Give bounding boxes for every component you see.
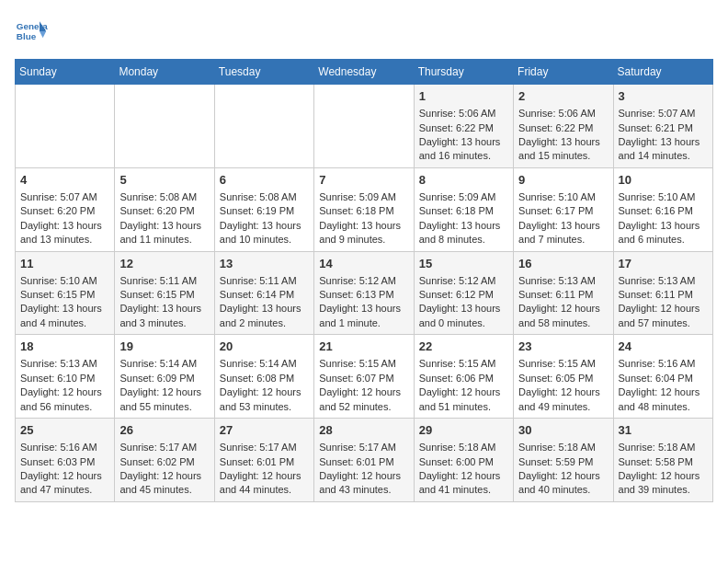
calendar-cell: 27Sunrise: 5:17 AMSunset: 6:01 PMDayligh… xyxy=(214,419,313,502)
day-info: and 48 minutes. xyxy=(619,400,708,414)
calendar-cell: 25Sunrise: 5:16 AMSunset: 6:03 PMDayligh… xyxy=(16,419,115,502)
day-info: and 45 minutes. xyxy=(119,483,209,497)
day-info: and 0 minutes. xyxy=(419,316,508,330)
calendar-cell: 6Sunrise: 5:08 AMSunset: 6:19 PMDaylight… xyxy=(214,167,313,251)
day-info: and 7 minutes. xyxy=(518,233,608,247)
day-number: 1 xyxy=(419,88,508,105)
day-number: 30 xyxy=(518,422,608,439)
day-info: Sunrise: 5:13 AM xyxy=(20,357,109,371)
calendar-cell: 19Sunrise: 5:14 AMSunset: 6:09 PMDayligh… xyxy=(115,335,214,419)
day-info: and 39 minutes. xyxy=(619,483,708,497)
day-info: Sunset: 6:22 PM xyxy=(518,121,608,135)
day-number: 20 xyxy=(220,339,309,355)
header-monday: Monday xyxy=(115,60,214,85)
week-row-4: 18Sunrise: 5:13 AMSunset: 6:10 PMDayligh… xyxy=(16,335,713,419)
calendar-cell: 21Sunrise: 5:15 AMSunset: 6:07 PMDayligh… xyxy=(314,335,414,419)
calendar-cell: 30Sunrise: 5:18 AMSunset: 5:59 PMDayligh… xyxy=(514,419,613,502)
day-number: 23 xyxy=(518,339,608,355)
day-info: Sunrise: 5:18 AM xyxy=(619,441,708,454)
day-info: and 43 minutes. xyxy=(319,483,408,497)
day-info: and 2 minutes. xyxy=(220,316,309,330)
day-info: Sunrise: 5:17 AM xyxy=(220,441,309,454)
day-info: Daylight: 12 hours xyxy=(20,469,109,483)
day-info: Sunrise: 5:16 AM xyxy=(619,357,708,371)
svg-text:Blue: Blue xyxy=(17,31,37,41)
day-info: and 57 minutes. xyxy=(619,316,708,330)
calendar-cell: 13Sunrise: 5:11 AMSunset: 6:14 PMDayligh… xyxy=(214,251,313,335)
day-info: Sunrise: 5:18 AM xyxy=(419,441,508,454)
day-number: 9 xyxy=(518,172,608,189)
day-info: Daylight: 13 hours xyxy=(119,219,209,233)
day-info: and 49 minutes. xyxy=(518,400,608,414)
day-info: Daylight: 12 hours xyxy=(518,469,608,483)
day-info: Sunrise: 5:07 AM xyxy=(619,107,708,121)
calendar-cell: 15Sunrise: 5:12 AMSunset: 6:12 PMDayligh… xyxy=(414,251,513,335)
day-info: Sunrise: 5:15 AM xyxy=(518,357,608,371)
calendar-cell: 17Sunrise: 5:13 AMSunset: 6:11 PMDayligh… xyxy=(613,251,712,335)
day-number: 15 xyxy=(419,256,508,272)
week-row-3: 11Sunrise: 5:10 AMSunset: 6:15 PMDayligh… xyxy=(16,251,713,335)
calendar-cell: 29Sunrise: 5:18 AMSunset: 6:00 PMDayligh… xyxy=(414,419,513,502)
day-info: and 58 minutes. xyxy=(518,316,608,330)
day-number: 27 xyxy=(220,422,309,439)
week-row-5: 25Sunrise: 5:16 AMSunset: 6:03 PMDayligh… xyxy=(16,419,713,502)
day-info: Sunrise: 5:07 AM xyxy=(20,190,109,204)
day-info: and 15 minutes. xyxy=(518,149,608,163)
day-info: Daylight: 13 hours xyxy=(220,302,309,316)
day-number: 5 xyxy=(119,172,209,189)
day-info: and 11 minutes. xyxy=(119,233,209,247)
day-number: 4 xyxy=(20,172,109,189)
day-info: Sunrise: 5:18 AM xyxy=(518,441,608,454)
day-number: 16 xyxy=(518,256,608,272)
day-info: Sunset: 6:22 PM xyxy=(419,121,508,135)
day-info: Sunset: 6:18 PM xyxy=(419,204,508,218)
day-number: 18 xyxy=(20,339,109,355)
day-number: 29 xyxy=(419,422,508,439)
day-info: Sunrise: 5:09 AM xyxy=(319,190,408,204)
day-info: Sunset: 6:08 PM xyxy=(220,372,309,385)
day-info: Sunset: 6:17 PM xyxy=(518,204,608,218)
day-info: Sunset: 6:07 PM xyxy=(319,372,408,385)
day-info: Sunset: 6:00 PM xyxy=(419,455,508,469)
day-number: 7 xyxy=(319,172,408,189)
day-info: and 53 minutes. xyxy=(220,400,309,414)
day-info: Sunrise: 5:15 AM xyxy=(419,357,508,371)
day-info: and 40 minutes. xyxy=(518,483,608,497)
day-info: Sunrise: 5:14 AM xyxy=(119,357,209,371)
day-info: Sunrise: 5:15 AM xyxy=(319,357,408,371)
day-info: and 10 minutes. xyxy=(220,233,309,247)
header-saturday: Saturday xyxy=(613,60,712,85)
calendar-cell: 11Sunrise: 5:10 AMSunset: 6:15 PMDayligh… xyxy=(16,251,115,335)
day-info: and 13 minutes. xyxy=(20,233,109,247)
day-info: Sunrise: 5:12 AM xyxy=(319,274,408,288)
calendar-cell: 3Sunrise: 5:07 AMSunset: 6:21 PMDaylight… xyxy=(613,85,712,168)
day-info: Sunset: 5:58 PM xyxy=(619,455,708,469)
header-thursday: Thursday xyxy=(414,60,513,85)
day-info: Sunset: 6:14 PM xyxy=(220,288,309,302)
calendar-cell: 23Sunrise: 5:15 AMSunset: 6:05 PMDayligh… xyxy=(514,335,613,419)
calendar-table: SundayMondayTuesdayWednesdayThursdayFrid… xyxy=(15,59,713,502)
day-info: Sunrise: 5:09 AM xyxy=(419,190,508,204)
calendar-cell: 4Sunrise: 5:07 AMSunset: 6:20 PMDaylight… xyxy=(16,167,115,251)
day-info: Daylight: 13 hours xyxy=(119,302,209,316)
header-tuesday: Tuesday xyxy=(214,60,313,85)
calendar-cell: 22Sunrise: 5:15 AMSunset: 6:06 PMDayligh… xyxy=(414,335,513,419)
day-number: 12 xyxy=(119,256,209,272)
day-info: Sunset: 5:59 PM xyxy=(518,455,608,469)
day-number: 22 xyxy=(419,339,508,355)
header-sunday: Sunday xyxy=(16,60,115,85)
calendar-cell: 2Sunrise: 5:06 AMSunset: 6:22 PMDaylight… xyxy=(514,85,613,168)
day-info: Daylight: 13 hours xyxy=(619,219,708,233)
day-info: Sunrise: 5:10 AM xyxy=(518,190,608,204)
calendar-cell: 12Sunrise: 5:11 AMSunset: 6:15 PMDayligh… xyxy=(115,251,214,335)
page-header: General Blue xyxy=(15,15,713,48)
calendar-cell xyxy=(314,85,414,168)
calendar-cell: 26Sunrise: 5:17 AMSunset: 6:02 PMDayligh… xyxy=(115,419,214,502)
day-info: Sunset: 6:15 PM xyxy=(119,288,209,302)
day-info: Daylight: 13 hours xyxy=(518,135,608,149)
day-number: 26 xyxy=(119,422,209,439)
day-info: Daylight: 12 hours xyxy=(419,469,508,483)
day-info: and 47 minutes. xyxy=(20,483,109,497)
day-info: Daylight: 12 hours xyxy=(518,385,608,399)
day-info: and 3 minutes. xyxy=(119,316,209,330)
